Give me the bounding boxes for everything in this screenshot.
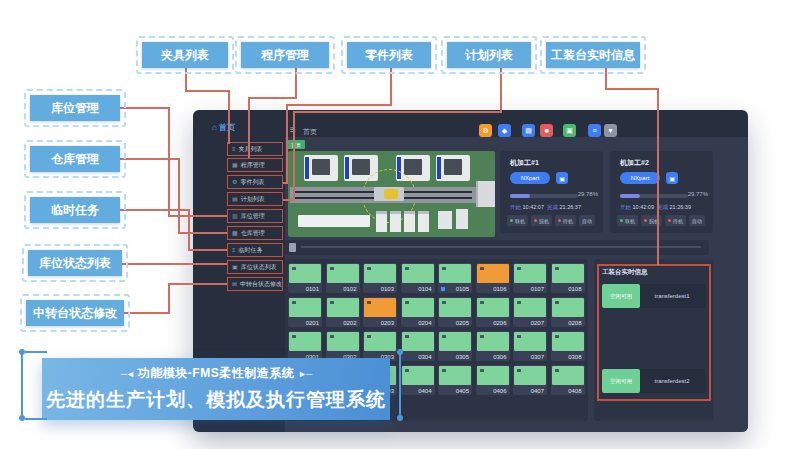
pallet-slot xyxy=(514,298,546,317)
pallet-slot xyxy=(327,332,359,351)
thumb-up-button[interactable]: ◆ xyxy=(498,124,511,137)
storage-tile-0303[interactable]: 0303 xyxy=(363,331,397,361)
status-chip-自动[interactable]: 自动 xyxy=(689,215,705,226)
callout-label: 临时任务 xyxy=(30,197,120,223)
status-chip-label: 自动 xyxy=(692,218,702,224)
connector-line xyxy=(178,232,227,234)
task-icon: ≡ xyxy=(232,247,236,253)
sidebar-item-3[interactable]: ⚙零件列表 xyxy=(227,175,283,189)
download-button[interactable]: ▼ xyxy=(604,124,617,137)
storage-tile-0406[interactable]: 0406 xyxy=(476,365,510,395)
status-chip-待机[interactable]: 待机 xyxy=(555,215,576,226)
sidebar-item-5[interactable]: ▥库位管理 xyxy=(227,209,283,223)
gear-button[interactable]: ⚙ xyxy=(479,124,492,137)
sidebar-item-label: 临时任务 xyxy=(239,246,263,255)
storage-tile-0407[interactable]: 0407 xyxy=(513,365,547,395)
storage-tile-0404[interactable]: 0404 xyxy=(401,365,435,395)
storage-tile-0306[interactable]: 0306 xyxy=(476,331,510,361)
detail-button[interactable]: ▣ xyxy=(556,172,568,184)
part-tag-button[interactable]: NXpart xyxy=(510,172,550,184)
detail-button[interactable]: ▣ xyxy=(666,172,678,184)
pallet-slot xyxy=(289,298,321,317)
connector-line xyxy=(605,68,607,88)
connector-line xyxy=(120,107,168,109)
tile-code: 0104 xyxy=(418,286,431,292)
status-chip-row: 联机脱机待机自动 xyxy=(507,215,595,226)
sidebar-item-label: 仓库管理 xyxy=(241,229,265,238)
status-chip-待机[interactable]: 待机 xyxy=(665,215,686,226)
stop-button[interactable]: ▣ xyxy=(563,124,576,137)
storage-icon: ▥ xyxy=(232,213,238,219)
storage-tile-0103[interactable]: 0103 xyxy=(363,263,397,293)
connector-line xyxy=(168,215,227,217)
connector-line xyxy=(295,68,297,97)
tile-code: 0204 xyxy=(418,320,431,326)
storage-tile-0304[interactable]: 0304 xyxy=(401,331,435,361)
storage-tile-0204[interactable]: 0204 xyxy=(401,297,435,327)
briefcase-button[interactable]: ■ xyxy=(540,124,553,137)
sidebar-item-8[interactable]: ▣库位状态列表 xyxy=(227,260,283,274)
status-dot xyxy=(510,219,513,222)
sidebar-item-2[interactable]: ▦程序管理 xyxy=(227,158,283,172)
connector-line xyxy=(168,283,227,285)
pallet-icon xyxy=(330,267,334,270)
storage-tile-0305[interactable]: 0305 xyxy=(438,331,472,361)
storage-tile-0408[interactable]: 0408 xyxy=(551,365,585,395)
slide-canvas: ⌂ 首页 ≡夹具列表▦程序管理⚙零件列表▤计划列表▥库位管理▩仓库管理≡临时任务… xyxy=(0,0,797,449)
storage-tile-0108[interactable]: 0108 xyxy=(551,263,585,293)
storage-tile-0106[interactable]: 0106 xyxy=(476,263,510,293)
pallet-slot xyxy=(327,298,359,317)
file-button[interactable]: ▤ xyxy=(522,124,535,137)
station-image xyxy=(418,211,429,232)
storage-tile-0203[interactable]: 0203 xyxy=(363,297,397,327)
storage-tile-0102[interactable]: 0102 xyxy=(326,263,360,293)
sidebar-home[interactable]: ⌂ 首页 xyxy=(212,122,235,133)
sidebar-item-7[interactable]: ≡临时任务 xyxy=(227,243,283,257)
storage-tile-0205[interactable]: 0205 xyxy=(438,297,472,327)
home-icon: ⌂ xyxy=(212,123,219,132)
storage-tile-0101[interactable]: 0101 xyxy=(288,263,322,293)
part-tag-button[interactable]: NXpart xyxy=(620,172,660,184)
sidebar-item-9[interactable]: ⊠中转台状态修改 xyxy=(227,277,283,291)
status-chip-联机[interactable]: 联机 xyxy=(507,215,528,226)
tab-home-chip[interactable]: 首页 xyxy=(287,140,305,149)
storage-tile-0107[interactable]: 0107 xyxy=(513,263,547,293)
storage-tile-0207[interactable]: 0207 xyxy=(513,297,547,327)
storage-tile-0201[interactable]: 0201 xyxy=(288,297,322,327)
storage-tile-0302[interactable]: 0302 xyxy=(326,331,360,361)
plant-layout-image xyxy=(288,151,495,237)
storage-tile-0308[interactable]: 0308 xyxy=(551,331,585,361)
storage-tile-0405[interactable]: 0405 xyxy=(438,365,472,395)
tile-code: 0306 xyxy=(493,354,506,360)
storage-tile-0208[interactable]: 0208 xyxy=(551,297,585,327)
deco-line xyxy=(21,352,23,418)
storage-tile-0206[interactable]: 0206 xyxy=(476,297,510,327)
status-chip-自动[interactable]: 自动 xyxy=(579,215,595,226)
sidebar-item-label: 计划列表 xyxy=(241,195,265,204)
breadcrumb: 首页 xyxy=(303,127,317,137)
storage-tile-0105[interactable]: 0105 xyxy=(438,263,472,293)
storage-tile-0307[interactable]: 0307 xyxy=(513,331,547,361)
storage-tile-0104[interactable]: 0104 xyxy=(401,263,435,293)
storage-tile-0301[interactable]: 0301 xyxy=(288,331,322,361)
pallet-icon xyxy=(292,335,296,338)
connector-line xyxy=(293,111,295,199)
status-chip-脱机[interactable]: 脱机 xyxy=(531,215,552,226)
sidebar-item-4[interactable]: ▤计划列表 xyxy=(227,192,283,206)
time-row: 开始 10:42:07 完成 21:26:37 xyxy=(510,204,581,211)
timeline-slider[interactable] xyxy=(285,240,709,255)
sidebar-item-6[interactable]: ▩仓库管理 xyxy=(227,226,283,240)
tile-code: 0304 xyxy=(418,354,431,360)
status-chip-联机[interactable]: 联机 xyxy=(617,215,638,226)
sidebar-item-1[interactable]: ≡夹具列表 xyxy=(227,142,283,156)
slider-handle[interactable] xyxy=(289,243,296,252)
connector-line xyxy=(188,209,190,249)
connector-line xyxy=(657,88,659,265)
tile-code: 0108 xyxy=(568,286,581,292)
pallet-slot xyxy=(402,264,434,283)
callout-top-5: 工装台实时信息 xyxy=(546,42,640,68)
callout-label: 仓库管理 xyxy=(30,146,120,172)
pallet-icon xyxy=(555,267,559,270)
storage-tile-0202[interactable]: 0202 xyxy=(326,297,360,327)
list-button[interactable]: ≡ xyxy=(588,124,601,137)
